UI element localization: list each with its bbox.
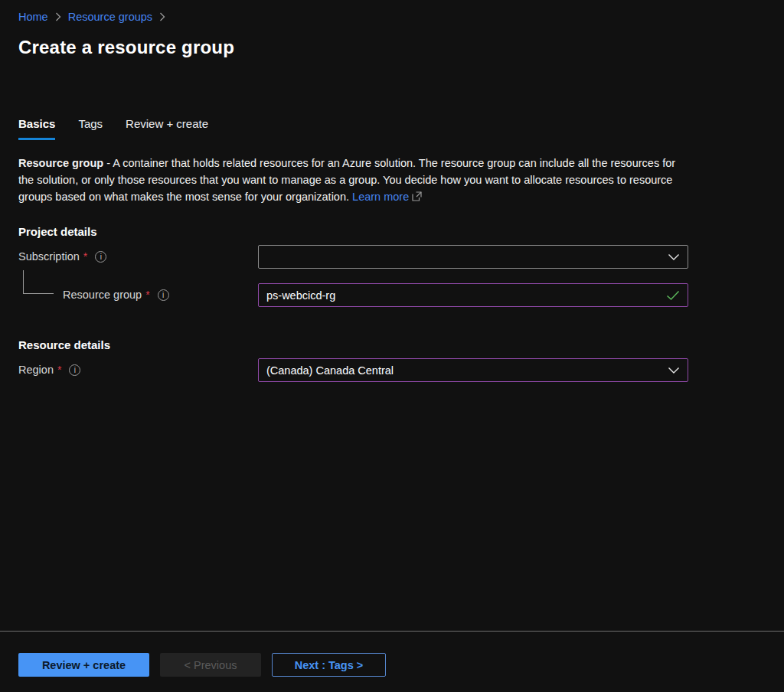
subscription-label: Subscription * i [18,250,106,263]
subscription-dropdown[interactable] [258,245,688,269]
chevron-right-icon [55,12,61,21]
description-lead: Resource group [18,157,103,169]
chevron-down-icon [668,367,680,374]
info-icon[interactable]: i [95,251,106,263]
chevron-right-icon [159,12,165,21]
review-create-button[interactable]: Review + create [18,653,149,677]
tab-bar: Basics Tags Review + create [18,117,231,140]
breadcrumb-home-link[interactable]: Home [18,11,48,23]
resource-group-description: Resource group - A container that holds … [18,155,677,206]
region-label-text: Region [18,364,54,376]
required-marker: * [83,250,87,263]
required-marker: * [57,364,61,376]
info-icon[interactable]: i [158,289,169,301]
resource-details-heading: Resource details [18,338,110,351]
resource-group-input[interactable]: ps-webcicd-rg [258,283,688,307]
learn-more-link[interactable]: Learn more [352,191,409,203]
previous-button[interactable]: < Previous [160,653,261,677]
subscription-label-text: Subscription [18,250,80,263]
field-connector-vertical [23,270,24,293]
breadcrumb-resource-groups-link[interactable]: Resource groups [68,11,152,23]
tab-tags[interactable]: Tags [78,117,103,140]
chevron-down-icon [668,253,680,261]
breadcrumb: Home Resource groups [18,11,172,23]
tab-basics[interactable]: Basics [18,117,55,140]
region-dropdown[interactable]: (Canada) Canada Central [258,358,688,382]
info-icon[interactable]: i [69,364,80,376]
required-marker: * [145,289,149,301]
resource-group-value: ps-webcicd-rg [266,289,660,302]
tab-review-create[interactable]: Review + create [126,117,208,140]
external-link-icon [412,189,422,206]
page-title: Create a resource group [18,37,234,58]
next-tags-button[interactable]: Next : Tags > [272,653,386,677]
resource-group-label-text: Resource group [63,289,142,301]
footer-divider [0,631,784,632]
valid-check-icon [666,290,680,301]
create-resource-group-page: Home Resource groups Create a resource g… [0,0,784,692]
description-body: - A container that holds related resourc… [18,157,675,203]
field-connector-horizontal [23,293,54,294]
resource-group-label: Resource group * i [63,289,169,301]
region-label: Region * i [18,364,80,376]
project-details-heading: Project details [18,225,97,238]
region-value: (Canada) Canada Central [266,364,662,377]
